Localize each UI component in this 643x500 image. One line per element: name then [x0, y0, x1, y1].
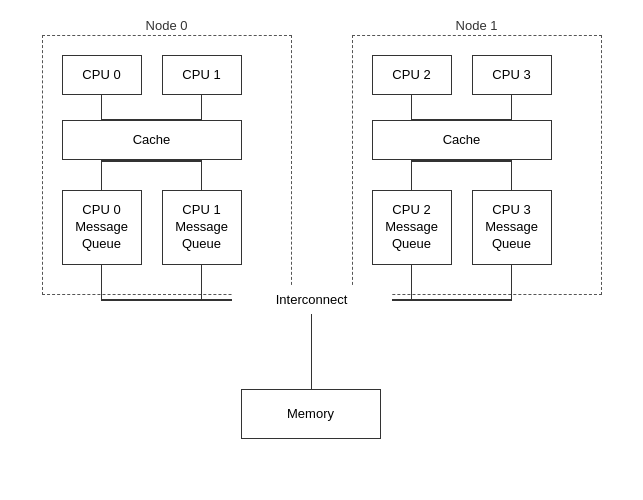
line-cache-top-node1 [411, 119, 512, 121]
line-cache-q0 [101, 160, 103, 190]
node0-label: Node 0 [146, 18, 188, 33]
cache0-box: Cache [62, 120, 242, 160]
line-q3-down [511, 265, 513, 300]
cache1-box: Cache [372, 120, 552, 160]
line-cache-q2 [411, 160, 413, 190]
cpu0-box: CPU 0 [62, 55, 142, 95]
line-cache-q3 [511, 160, 513, 190]
memory-box: Memory [241, 389, 381, 439]
line-cpu0-cache [101, 95, 103, 120]
line-cpu3-cache [511, 95, 513, 120]
cpu3-box: CPU 3 [472, 55, 552, 95]
interconnect-box: Interconnect [232, 286, 392, 314]
cpu2-box: CPU 2 [372, 55, 452, 95]
line-cpu2-cache [411, 95, 413, 120]
line-cache-bot-node1 [411, 160, 512, 162]
node1-label: Node 1 [456, 18, 498, 33]
queue0-box: CPU 0 Message Queue [62, 190, 142, 265]
line-q0-down [101, 265, 103, 300]
line-cpu1-cache [201, 95, 203, 120]
line-cache-bot-node0 [101, 160, 202, 162]
diagram: Node 0 Node 1 CPU 0 CPU 1 Cache CPU 0 Me… [12, 10, 632, 490]
queue2-box: CPU 2 Message Queue [372, 190, 452, 265]
line-q2-down [411, 265, 413, 300]
cpu1-box: CPU 1 [162, 55, 242, 95]
line-q1-down [201, 265, 203, 300]
line-cache-top-node0 [101, 119, 202, 121]
queue3-box: CPU 3 Message Queue [472, 190, 552, 265]
line-cache-q1 [201, 160, 203, 190]
queue1-box: CPU 1 Message Queue [162, 190, 242, 265]
